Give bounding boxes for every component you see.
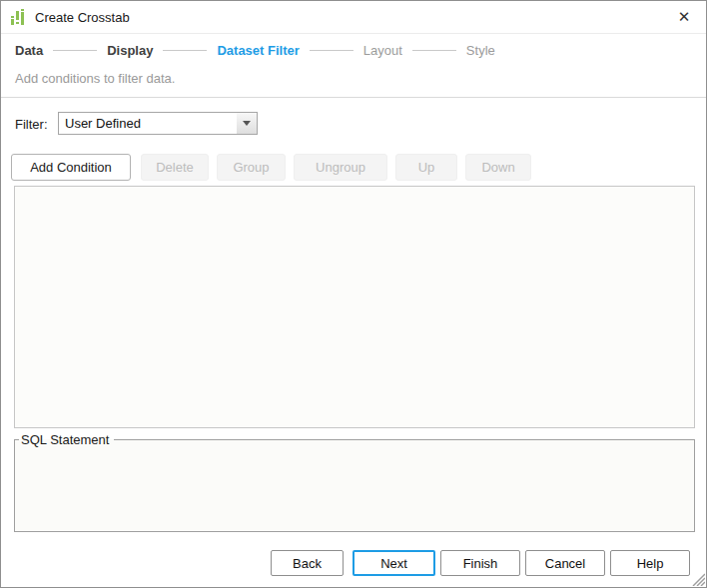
separator xyxy=(1,97,706,98)
create-crosstab-dialog: Create Crosstab ✕ Data Display Dataset F… xyxy=(0,0,707,588)
step-connector xyxy=(412,50,456,51)
crosstab-icon xyxy=(9,8,27,26)
wizard-nav: Data Display Dataset Filter Layout Style xyxy=(15,37,696,63)
titlebar: Create Crosstab ✕ xyxy=(1,1,706,34)
conditions-list xyxy=(14,186,695,428)
wizard-step-layout[interactable]: Layout xyxy=(363,43,402,58)
wizard-step-data[interactable]: Data xyxy=(15,43,43,58)
up-button[interactable]: Up xyxy=(395,154,457,181)
help-button[interactable]: Help xyxy=(610,550,690,576)
sql-statement-group: SQL Statement xyxy=(14,432,695,532)
wizard-step-dataset-filter[interactable]: Dataset Filter xyxy=(217,43,299,58)
back-button[interactable]: Back xyxy=(271,550,344,576)
cancel-button[interactable]: Cancel xyxy=(525,550,605,576)
filter-dropdown-button[interactable] xyxy=(237,113,257,134)
chevron-down-icon xyxy=(243,121,251,126)
filter-combobox[interactable]: User Defined xyxy=(58,112,258,135)
dialog-title: Create Crosstab xyxy=(35,10,130,25)
ungroup-button[interactable]: Ungroup xyxy=(294,154,387,181)
sql-statement-legend: SQL Statement xyxy=(19,432,114,447)
close-icon[interactable]: ✕ xyxy=(672,5,696,29)
next-button[interactable]: Next xyxy=(353,550,435,576)
finish-button[interactable]: Finish xyxy=(440,550,520,576)
add-condition-button[interactable]: Add Condition xyxy=(11,154,131,181)
step-connector xyxy=(163,50,207,51)
wizard-step-style[interactable]: Style xyxy=(466,43,495,58)
resize-grip-icon[interactable] xyxy=(690,571,705,586)
step-connector xyxy=(53,50,97,51)
step-connector xyxy=(310,50,354,51)
delete-button[interactable]: Delete xyxy=(141,154,209,181)
step-description: Add conditions to filter data. xyxy=(15,71,175,86)
filter-label: Filter: xyxy=(15,117,48,132)
group-button[interactable]: Group xyxy=(217,154,286,181)
down-button[interactable]: Down xyxy=(465,154,531,181)
filter-selected-value: User Defined xyxy=(59,116,237,131)
wizard-step-display[interactable]: Display xyxy=(107,43,153,58)
